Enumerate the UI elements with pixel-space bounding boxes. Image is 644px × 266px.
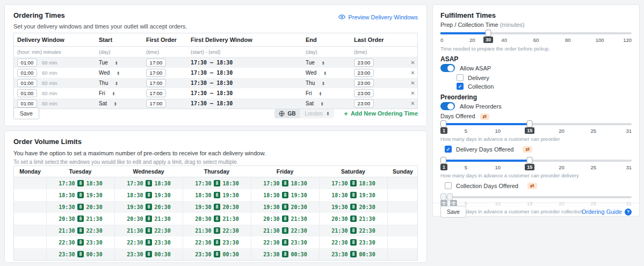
- window-cell[interactable]: 22:30823:30: [46, 236, 114, 248]
- first-order-input[interactable]: [146, 89, 166, 97]
- empty-cell: [387, 189, 418, 201]
- window-cell[interactable]: 23:30800:30: [114, 248, 183, 260]
- delivery-days-slider[interactable]: [440, 157, 632, 164]
- timezone-select[interactable]: London ▲▼: [300, 109, 334, 118]
- window-cell[interactable]: 23:30800:30: [46, 248, 114, 260]
- collection-days-checkbox[interactable]: [445, 182, 452, 189]
- subcol-last-order: (time): [354, 49, 407, 55]
- start-day-select[interactable]: Wed▲▼: [99, 70, 120, 76]
- duration-input[interactable]: [17, 99, 37, 107]
- window-cell[interactable]: 18:30819:30: [319, 189, 387, 201]
- col-first-delivery-window: First Delivery Window: [191, 37, 306, 43]
- window-cell[interactable]: 18:30819:30: [183, 189, 251, 201]
- delete-row-icon[interactable]: ✕: [407, 70, 418, 76]
- limit-badge: 8: [214, 204, 220, 210]
- duration-label: 60 min: [42, 60, 57, 66]
- window-cell[interactable]: 17:30818:30: [183, 177, 251, 189]
- collection-days-slider[interactable]: [440, 193, 632, 200]
- ordering-guide-link[interactable]: Ordering Guide?: [582, 209, 632, 215]
- duration-input[interactable]: [17, 89, 37, 97]
- first-order-input[interactable]: [146, 59, 166, 67]
- start-day-select[interactable]: Fri▲▼: [99, 90, 115, 96]
- window-cell[interactable]: 17:30818:30: [319, 177, 387, 189]
- window-cell[interactable]: 19:30820:30: [319, 201, 387, 213]
- duration-input[interactable]: [17, 59, 37, 67]
- last-order-input[interactable]: [354, 99, 374, 107]
- last-order-input[interactable]: [354, 69, 374, 77]
- last-order-input[interactable]: [354, 59, 374, 67]
- asap-collection-checkbox[interactable]: ✓: [457, 83, 464, 90]
- window-cell[interactable]: 18:30819:30: [251, 189, 319, 201]
- duration-input[interactable]: [17, 79, 37, 87]
- window-cell[interactable]: 20:30821:30: [319, 213, 387, 225]
- window-cell[interactable]: 21:30822:30: [46, 225, 114, 236]
- col-last-order: Last Order: [354, 37, 407, 43]
- start-day-select[interactable]: Tue▲▼: [99, 60, 118, 66]
- end-day-select[interactable]: Tue▲▼: [306, 60, 324, 66]
- window-cell[interactable]: 17:30818:30: [114, 177, 183, 189]
- ordering-guide-label: Ordering Guide: [582, 209, 622, 215]
- window-cell[interactable]: 20:30821:30: [46, 213, 114, 225]
- slider-handle-low[interactable]: [440, 120, 446, 127]
- first-order-input[interactable]: [146, 99, 166, 107]
- window-cell[interactable]: 23:30800:30: [183, 248, 251, 260]
- delete-row-icon[interactable]: ✕: [407, 90, 418, 96]
- window-cell[interactable]: 21:30822:30: [319, 225, 387, 236]
- window-cell[interactable]: 21:30822:30: [183, 225, 251, 236]
- slider-handle-high[interactable]: [527, 157, 533, 164]
- window-cell[interactable]: 20:30821:30: [114, 213, 183, 225]
- window-cell[interactable]: 20:30821:30: [251, 213, 319, 225]
- window-cell[interactable]: 17:30818:30: [46, 177, 114, 189]
- window-cell[interactable]: 18:30819:30: [114, 189, 183, 201]
- days-offered-slider[interactable]: [440, 120, 632, 127]
- window-cell[interactable]: 22:30823:30: [319, 236, 387, 248]
- window-cell[interactable]: 17:30818:30: [251, 177, 319, 189]
- subcol-first-order: (time): [146, 49, 191, 55]
- start-day-select[interactable]: Thu▲▼: [99, 80, 118, 86]
- preview-delivery-windows-link[interactable]: Preview Delivery Windows: [338, 13, 418, 20]
- preorder-sync-icon: ⇄: [527, 183, 537, 189]
- delete-row-icon[interactable]: ✕: [407, 100, 418, 106]
- asap-delivery-checkbox[interactable]: [457, 74, 464, 81]
- end-day-select[interactable]: Wed▲▼: [306, 70, 327, 76]
- last-order-input[interactable]: [354, 79, 374, 87]
- allow-asap-toggle[interactable]: [440, 64, 455, 72]
- updown-arrows-icon: ▲▼: [327, 111, 329, 116]
- end-day-select[interactable]: Sat▲▼: [306, 100, 323, 106]
- window-cell[interactable]: 19:30820:30: [183, 201, 251, 213]
- allow-preorders-toggle[interactable]: [440, 102, 455, 110]
- delete-row-icon[interactable]: ✕: [407, 80, 418, 86]
- first-order-input[interactable]: [146, 69, 166, 77]
- window-cell[interactable]: 23:30800:30: [319, 248, 387, 260]
- window-cell[interactable]: 20:30821:30: [183, 213, 251, 225]
- prep-time-label: Prep / Collection Time (minutes): [440, 21, 632, 28]
- first-window-value: 17:30 – 18:30: [191, 100, 233, 106]
- window-cell[interactable]: 21:30822:30: [114, 225, 183, 236]
- slider-handle-low[interactable]: [440, 157, 446, 164]
- start-day-select[interactable]: Sat▲▼: [99, 100, 117, 106]
- window-cell[interactable]: 19:30820:30: [114, 201, 183, 213]
- slider-handle-high[interactable]: [527, 120, 533, 127]
- window-cell[interactable]: 22:30823:30: [183, 236, 251, 248]
- asap-collection-label: Collection: [468, 83, 494, 90]
- last-order-input[interactable]: [354, 89, 374, 97]
- delivery-days-checkbox[interactable]: ✓: [445, 146, 452, 153]
- window-cell[interactable]: 23:30800:30: [251, 248, 319, 260]
- prep-time-slider[interactable]: [440, 30, 632, 37]
- fulfilment-save-button[interactable]: Save: [440, 206, 466, 218]
- window-cell[interactable]: 22:30823:30: [251, 236, 319, 248]
- days-offered-ticks: 1 5 10 15 20 25 31: [440, 128, 632, 135]
- delete-row-icon[interactable]: ✕: [407, 60, 418, 66]
- slider-handle[interactable]: [486, 30, 491, 37]
- add-new-ordering-time-link[interactable]: + Add New Ordering Time: [344, 110, 418, 117]
- end-day-select[interactable]: Thu▲▼: [306, 80, 325, 86]
- end-day-select[interactable]: Fri▲▼: [306, 90, 322, 96]
- window-cell[interactable]: 22:30823:30: [114, 236, 183, 248]
- window-cell[interactable]: 18:30819:30: [46, 189, 114, 201]
- window-cell[interactable]: 19:30820:30: [251, 201, 319, 213]
- duration-input[interactable]: [17, 69, 37, 77]
- ordering-save-button[interactable]: Save: [13, 107, 39, 119]
- window-cell[interactable]: 21:30822:30: [251, 225, 319, 236]
- window-cell[interactable]: 19:30820:30: [46, 201, 114, 213]
- first-order-input[interactable]: [146, 79, 166, 87]
